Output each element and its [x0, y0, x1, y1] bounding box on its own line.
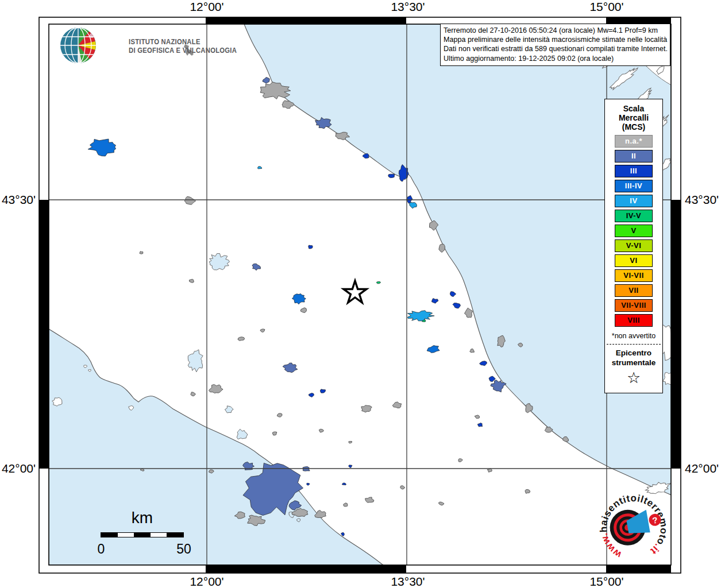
event-info-line3: Dati non verificati estratti da 589 ques… — [444, 44, 667, 53]
locality-na — [272, 432, 277, 435]
axis-label-right-4330: 43°30' — [685, 193, 721, 207]
legend-swatches: n.a.*IIIIIIII-IVIVIV-VVV-VIVIVI-VIIVIIVI… — [605, 135, 662, 327]
ingv-header: ISTITUTO NAZIONALE DI GEOFISICA E VULCAN… — [129, 38, 237, 55]
locality-iii — [309, 245, 313, 249]
legend-swatch-ii: II — [615, 150, 653, 163]
scalebar-end-label: 50 — [172, 541, 195, 557]
axis-label-bottom-15: 15°00' — [589, 575, 623, 588]
legend-title: Scala Mercalli (MCS) — [608, 104, 659, 131]
legend-swatch-iv-v: IV-V — [615, 210, 653, 222]
legend-swatch-v: V — [615, 225, 653, 237]
axis-label-left-4330: 43°30' — [0, 193, 36, 207]
legend-swatch-v-vi: V-VI — [615, 239, 653, 252]
locality-na — [349, 442, 352, 444]
ingv-line2: DI GEOFISICA E VULCANOLOGIA — [129, 47, 237, 55]
legend-swatch-vi-vii: VI-VII — [615, 269, 653, 282]
locality-iv — [257, 167, 262, 169]
locality-iii — [388, 174, 395, 177]
axis-label-bottom-1330: 13°30' — [391, 575, 425, 588]
locality-na — [238, 337, 245, 341]
legend-swatch-viii: VIII — [615, 314, 653, 327]
locality-iii — [320, 389, 325, 393]
legend-swatch-vi: VI — [615, 254, 653, 267]
legend-swatch-iii: III — [615, 165, 653, 177]
axis-label-top-12: 12°00' — [190, 0, 223, 14]
scalebar — [101, 532, 184, 537]
axis-label-bottom-12: 12°00' — [190, 575, 223, 588]
scalebar-start-label: 0 — [90, 541, 113, 557]
mercalli-legend: Scala Mercalli (MCS) n.a.*IIIIIIII-IVIVI… — [604, 99, 663, 393]
scalebar-unit-label: km — [101, 509, 184, 527]
axis-label-top-1330: 13°30' — [391, 0, 425, 14]
ingv-line1: ISTITUTO NAZIONALE — [129, 38, 237, 47]
locality-na — [140, 252, 143, 254]
locality-na — [525, 489, 530, 493]
macroseismic-map-page: www.haisentitoilterremoto.it ? 12°00' 13… — [0, 0, 721, 588]
axis-label-left-4200: 42°00' — [0, 462, 36, 475]
legend-swatch-vii-viii: VII-VIII — [615, 299, 653, 312]
legend-star-icon: ☆ — [605, 369, 662, 387]
legend-swatch-iii-iv: III-IV — [615, 180, 653, 192]
legend-epicenter-label: Epicentro strumentale — [606, 348, 661, 368]
axis-label-top-15: 15°00' — [589, 0, 623, 14]
legend-swatch-n.a.*: n.a.* — [615, 135, 653, 148]
axis-label-right-4200: 42°00' — [685, 462, 721, 475]
legend-swatch-vii: VII — [615, 284, 653, 297]
islet — [88, 369, 91, 372]
legend-footnote: *non avvertito — [605, 332, 662, 340]
event-info-line4: Ultimo aggiornamento: 19-12-2025 09:02 (… — [444, 54, 667, 63]
legend-swatch-iv: IV — [615, 195, 653, 207]
event-info-box: Terremoto del 27-10-2016 05:50:24 (ora l… — [440, 24, 670, 66]
event-info-line2: Mappa preliminare delle intensità macros… — [444, 35, 667, 44]
legend-divider — [607, 344, 661, 345]
event-info-line1: Terremoto del 27-10-2016 05:50:24 (ora l… — [444, 26, 667, 35]
